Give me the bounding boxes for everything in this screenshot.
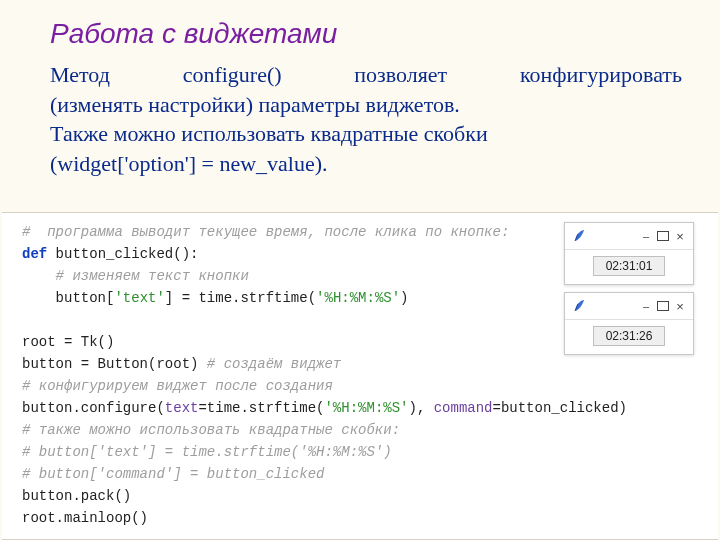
code-string: 'text' <box>114 290 164 306</box>
window-body: 02:31:26 <box>565 320 693 354</box>
code-text: root.mainloop() <box>22 510 148 526</box>
close-icon[interactable]: × <box>673 299 687 314</box>
maximize-icon[interactable] <box>657 301 669 311</box>
desc-word: позволяет <box>354 62 447 87</box>
code-text: ] = time.strftime( <box>165 290 316 306</box>
tk-window-1: – × 02:31:01 <box>564 222 694 285</box>
code-text: button.configure( <box>22 400 165 416</box>
code-text: button_clicked(): <box>47 246 198 262</box>
code-string: '%H:%M:%S' <box>324 400 408 416</box>
code-comment: # button['command'] = button_clicked <box>22 466 324 482</box>
feather-icon <box>573 229 585 243</box>
code-text: =button_clicked) <box>493 400 627 416</box>
window-titlebar: – × <box>565 293 693 320</box>
time-button[interactable]: 02:31:01 <box>593 256 666 276</box>
minimize-icon[interactable]: – <box>639 230 653 242</box>
code-string: '%H:%M:%S' <box>316 290 400 306</box>
time-button[interactable]: 02:31:26 <box>593 326 666 346</box>
code-text: root = Tk() <box>22 334 114 350</box>
code-text: ) <box>400 290 408 306</box>
desc-word: конфигурировать <box>520 62 682 87</box>
code-text: button[ <box>22 290 114 306</box>
code-comment: # button['text'] = time.strftime('%H:%M:… <box>22 444 392 460</box>
slide-title: Работа с виджетами <box>0 0 720 60</box>
tk-window-2: – × 02:31:26 <box>564 292 694 355</box>
desc-line: Также можно использовать квадратные скоб… <box>50 119 682 149</box>
desc-line: (widget['option'] = new_value). <box>50 149 682 179</box>
maximize-icon[interactable] <box>657 231 669 241</box>
code-arg: command <box>434 400 493 416</box>
code-keyword: def <box>22 246 47 262</box>
slide-description: Метод configure() позволяет конфигуриров… <box>0 60 720 191</box>
code-text: button = Button(root) <box>22 356 207 372</box>
desc-line: (изменять настройки) параметры виджетов. <box>50 90 682 120</box>
code-text: button.pack() <box>22 488 131 504</box>
code-text: ), <box>408 400 433 416</box>
feather-icon <box>573 299 585 313</box>
window-body: 02:31:01 <box>565 250 693 284</box>
code-comment: # конфигурируем виджет после создания <box>22 378 333 394</box>
desc-word: Метод <box>50 62 110 87</box>
code-arg: text <box>165 400 199 416</box>
desc-word: configure() <box>183 62 282 87</box>
minimize-icon[interactable]: – <box>639 300 653 312</box>
code-comment: # программа выводит текущее время, после… <box>22 224 509 240</box>
code-comment: # также можно использовать квадратные ск… <box>22 422 400 438</box>
code-comment: # создаём виджет <box>207 356 341 372</box>
code-text: =time.strftime( <box>198 400 324 416</box>
window-titlebar: – × <box>565 223 693 250</box>
close-icon[interactable]: × <box>673 229 687 244</box>
code-comment: # изменяем текст кнопки <box>22 268 249 284</box>
